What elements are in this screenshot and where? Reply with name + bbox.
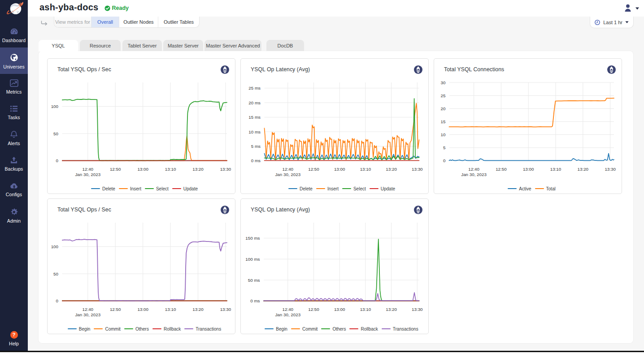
svg-text:Jan 30, 2023: Jan 30, 2023 <box>461 172 487 177</box>
svg-text:5: 5 <box>443 145 446 150</box>
svg-text:30: 30 <box>441 80 446 85</box>
svg-text:10 ms: 10 ms <box>248 129 261 134</box>
svg-text:0: 0 <box>443 158 446 163</box>
svg-text:0: 0 <box>56 298 59 303</box>
svg-text:Jan 30, 2023: Jan 30, 2023 <box>275 312 300 317</box>
svg-text:13:30: 13:30 <box>605 167 616 172</box>
svg-text:13:20: 13:20 <box>192 307 204 312</box>
svg-text:0 ms: 0 ms <box>251 158 261 163</box>
svg-text:150 ms: 150 ms <box>245 236 260 241</box>
svg-text:20: 20 <box>441 106 446 111</box>
svg-text:13:00: 13:00 <box>137 307 148 312</box>
svg-text:25: 25 <box>441 93 446 98</box>
svg-text:50: 50 <box>53 131 58 136</box>
svg-text:12:50: 12:50 <box>308 307 319 312</box>
svg-text:13:20: 13:20 <box>386 167 397 172</box>
svg-text:100: 100 <box>51 244 59 249</box>
svg-text:12:40: 12:40 <box>468 167 479 172</box>
svg-text:0: 0 <box>56 158 59 163</box>
svg-text:13:30: 13:30 <box>220 167 231 172</box>
svg-text:15 ms: 15 ms <box>248 115 261 120</box>
svg-text:13:20: 13:20 <box>578 167 589 172</box>
svg-text:12:50: 12:50 <box>496 167 507 172</box>
svg-text:0 ms: 0 ms <box>250 298 260 303</box>
svg-text:13:10: 13:10 <box>360 167 371 172</box>
svg-text:15: 15 <box>441 119 446 124</box>
svg-text:13:00: 13:00 <box>523 167 534 172</box>
svg-text:12:50: 12:50 <box>110 307 121 312</box>
svg-text:13:10: 13:10 <box>550 167 561 172</box>
svg-text:13:00: 13:00 <box>137 167 148 172</box>
svg-text:12:50: 12:50 <box>308 167 319 172</box>
svg-text:12:50: 12:50 <box>110 167 121 172</box>
svg-text:50: 50 <box>53 271 58 276</box>
svg-text:100: 100 <box>51 104 59 109</box>
svg-text:13:30: 13:30 <box>220 307 231 312</box>
svg-text:Jan 30, 2023: Jan 30, 2023 <box>75 312 100 317</box>
svg-text:13:00: 13:00 <box>334 167 345 172</box>
svg-text:10: 10 <box>441 132 446 137</box>
svg-text:12:40: 12:40 <box>83 167 94 172</box>
svg-text:13:10: 13:10 <box>165 307 176 312</box>
svg-text:5 ms: 5 ms <box>251 144 261 149</box>
svg-text:13:10: 13:10 <box>165 167 176 172</box>
svg-text:13:00: 13:00 <box>334 307 345 312</box>
svg-text:Jan 30, 2023: Jan 30, 2023 <box>275 172 300 177</box>
svg-text:25 ms: 25 ms <box>248 86 261 90</box>
svg-text:12:40: 12:40 <box>83 307 94 312</box>
svg-text:13:10: 13:10 <box>360 307 371 312</box>
svg-text:12:40: 12:40 <box>283 307 294 312</box>
svg-text:13:30: 13:30 <box>412 167 423 172</box>
svg-text:100 ms: 100 ms <box>245 257 260 262</box>
svg-text:50 ms: 50 ms <box>248 278 260 283</box>
svg-text:13:20: 13:20 <box>192 167 204 172</box>
svg-text:20 ms: 20 ms <box>248 100 261 105</box>
svg-text:13:20: 13:20 <box>386 307 397 312</box>
svg-text:Jan 30, 2023: Jan 30, 2023 <box>75 172 100 177</box>
svg-text:13:30: 13:30 <box>412 307 423 312</box>
svg-text:12:40: 12:40 <box>283 167 294 172</box>
